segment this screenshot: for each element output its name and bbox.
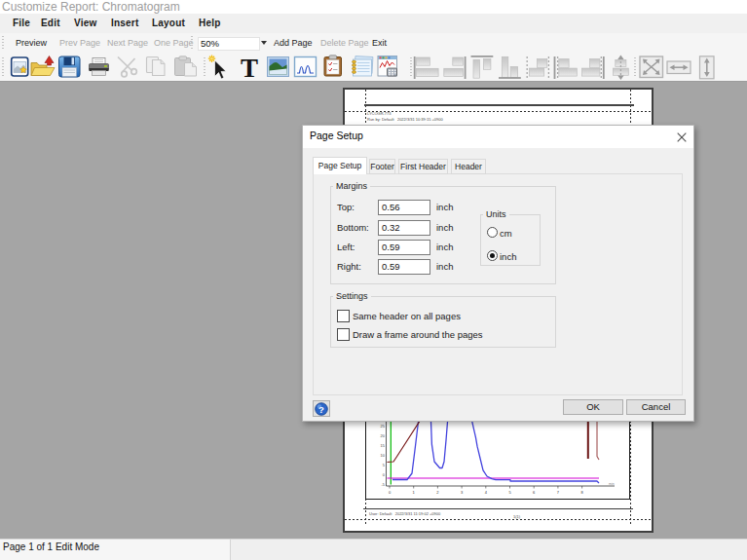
svg-text:25: 25 [381,424,386,429]
svg-text:20: 20 [381,433,386,438]
svg-text:min: min [609,482,615,486]
svg-text:?: ? [318,404,324,415]
svg-text:LYCOGR.773: LYCOGR.773 [367,111,392,116]
svg-text:15: 15 [381,443,386,448]
svg-text:User: Default 2022/3/31 11:1: User: Default 2022/3/31 11:19:02 +0900 [369,511,441,516]
svg-text:T: T [241,54,258,82]
svg-text:Run by: Default 2022/3/31 10: Run by: Default 2022/3/31 10:39:15 +0900 [367,117,444,122]
svg-text:1(1): 1(1) [513,514,521,519]
svg-text:10: 10 [381,453,386,458]
